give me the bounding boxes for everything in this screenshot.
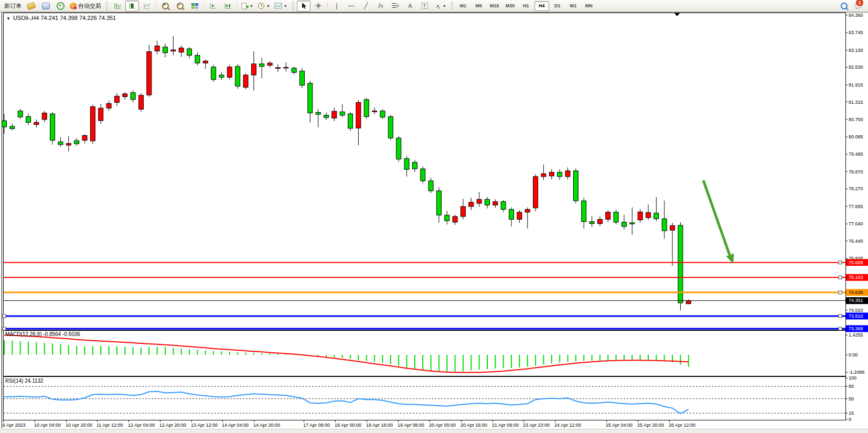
- bar-chart-icon: [114, 2, 122, 9]
- candlestick-chart-button[interactable]: [125, 1, 139, 12]
- candle: [211, 67, 216, 80]
- arrows-tool-button[interactable]: ▼: [433, 1, 448, 12]
- line-handle[interactable]: [839, 291, 842, 294]
- fibonacci-icon: ☰: [391, 3, 397, 9]
- time-axis-label: 13 Apr 12:00: [191, 423, 218, 428]
- macd-signal-line: [4, 335, 689, 372]
- horizontal-line-tool-button[interactable]: —: [345, 1, 358, 12]
- chat-button[interactable]: 1: [852, 1, 865, 12]
- profiles-button[interactable]: [39, 1, 52, 12]
- bar-chart-button[interactable]: [111, 1, 124, 12]
- timeframe-w1-button[interactable]: W1: [566, 1, 581, 11]
- search-button[interactable]: [837, 1, 851, 12]
- price-axis[interactable]: 84.36083.74583.13082.53081.91581.31580.7…: [845, 13, 868, 422]
- line-handle[interactable]: [3, 315, 6, 318]
- time-axis-label: 12 Apr 04:00: [128, 423, 155, 428]
- vertical-line-tool-button[interactable]: |: [330, 1, 344, 12]
- candle: [34, 122, 39, 124]
- macd-indicator-label: MACD(12,26,9) -0.8564 -0.5036: [5, 331, 80, 337]
- timeframe-m5-button[interactable]: M5: [471, 1, 486, 11]
- time-axis-label: 18 Apr 16:00: [366, 423, 393, 428]
- timeframe-m30-button[interactable]: M30: [503, 1, 518, 11]
- timeframe-d1-button[interactable]: D1: [550, 1, 565, 11]
- price-line-badge-label: 74.351: [849, 298, 863, 303]
- time-axis-label: 25 Apr 20:00: [637, 423, 664, 428]
- collapse-triangle-icon[interactable]: ▼: [6, 16, 10, 21]
- trendline-icon: ╱: [364, 3, 368, 9]
- toolbar-grip: [292, 2, 294, 10]
- macd-histogram: [4, 340, 689, 372]
- candle: [42, 113, 47, 120]
- trend-arrow[interactable]: [703, 180, 734, 264]
- chart-shift-marker[interactable]: [674, 13, 680, 16]
- candle: [284, 67, 288, 68]
- label-tool-button[interactable]: T: [418, 1, 432, 12]
- new-order-label: 新订单: [4, 2, 22, 10]
- step-forward-button[interactable]: [221, 1, 234, 12]
- chart-symbol-label[interactable]: ▼USOil-,H4 74.241 74.398 74.226 74.351: [6, 15, 116, 21]
- candle: [372, 111, 377, 112]
- candle: [573, 171, 578, 201]
- text-tool-button[interactable]: A: [403, 1, 417, 12]
- candle: [340, 112, 345, 115]
- cursor-icon: [301, 2, 307, 9]
- candle: [90, 106, 95, 140]
- cursor-tool-button[interactable]: [297, 1, 310, 12]
- line-handle[interactable]: [839, 327, 842, 330]
- candle: [243, 75, 248, 87]
- timeframe-h1-button[interactable]: H1: [519, 1, 533, 11]
- candle: [582, 201, 586, 222]
- strategy-tester-button[interactable]: [206, 1, 220, 12]
- add-indicator-button[interactable]: ▼: [239, 1, 255, 12]
- clock-icon: [258, 2, 265, 10]
- channel-tool-button[interactable]: ⫽E: [374, 1, 388, 12]
- time-axis-label: 18 Apr 00:00: [335, 423, 361, 428]
- price-tick-label: 77.655: [849, 204, 863, 209]
- candle: [2, 121, 7, 127]
- zoom-out-button[interactable]: −: [173, 1, 187, 12]
- new-order-button[interactable]: 新订单: [3, 1, 23, 12]
- candle: [686, 300, 691, 304]
- time-axis[interactable]: 6 Apr 202310 Apr 04:0010 Apr 20:0011 Apr…: [3, 420, 695, 428]
- timeframe-m15-button[interactable]: M15: [487, 1, 502, 11]
- candle: [99, 108, 103, 121]
- candle: [82, 135, 87, 140]
- candle: [138, 95, 143, 110]
- vertical-line-icon: |: [336, 3, 337, 9]
- candle: [380, 111, 385, 117]
- candle: [525, 209, 530, 212]
- price-tick-label: 74.010: [849, 308, 863, 313]
- candle: [558, 172, 562, 177]
- new-chart-button[interactable]: [24, 1, 38, 12]
- signals-button[interactable]: [53, 1, 67, 12]
- chart-canvas[interactable]: 84.36083.74583.13082.53081.91581.31580.7…: [0, 0, 868, 433]
- timeframe-h4-button[interactable]: H4: [534, 1, 549, 11]
- timeframe-mn-button[interactable]: MN: [582, 1, 596, 11]
- line-handle[interactable]: [839, 315, 842, 318]
- crosshair-tool-button[interactable]: [312, 1, 325, 12]
- candle: [477, 199, 481, 203]
- line-handle[interactable]: [839, 261, 842, 264]
- zoom-in-button[interactable]: +: [158, 1, 172, 12]
- chevron-down-icon: ▼: [284, 4, 287, 8]
- candle: [412, 163, 417, 169]
- price-tick-label: 77.040: [849, 221, 863, 226]
- price-line-badge-label: 74.638: [849, 290, 863, 295]
- auto-trading-button[interactable]: 自动交易: [68, 1, 103, 12]
- time-axis-label: 14 Apr 20:00: [253, 423, 280, 428]
- fibonacci-tool-button[interactable]: ☰F: [389, 1, 402, 12]
- line-handle[interactable]: [839, 276, 842, 279]
- line-handle[interactable]: [3, 327, 6, 330]
- line-chart-button[interactable]: [140, 1, 154, 12]
- label-tool-icon: T: [422, 3, 428, 9]
- time-axis-label: 14 Apr 04:00: [222, 423, 249, 428]
- template-button[interactable]: ▼: [273, 1, 289, 12]
- tile-windows-button[interactable]: [188, 1, 201, 12]
- timeframe-bar: M1M5M15M30H1H4D1W1MN: [455, 1, 597, 11]
- trendline-tool-button[interactable]: ╱: [359, 1, 373, 12]
- period-button[interactable]: ▼: [256, 1, 272, 12]
- candle: [364, 100, 369, 117]
- zoom-out-icon: −: [177, 3, 184, 9]
- timeframe-m1-button[interactable]: M1: [456, 1, 470, 11]
- price-tick-label: 83.745: [849, 30, 863, 35]
